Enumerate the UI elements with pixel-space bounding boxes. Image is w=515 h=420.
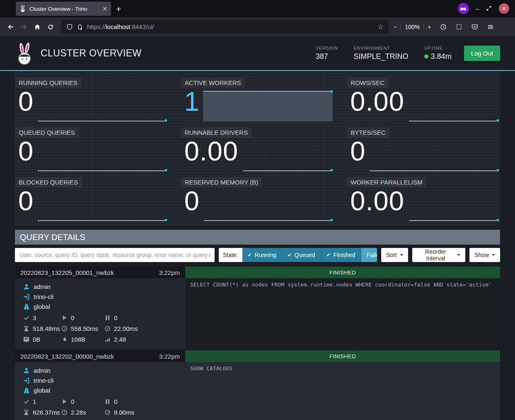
fire-icon xyxy=(61,336,68,342)
stat-value: 0.00 xyxy=(184,136,239,166)
forward-button[interactable] xyxy=(17,20,31,34)
query-time: 3:22pm xyxy=(159,269,180,276)
hourglass-icon xyxy=(23,409,29,415)
divider xyxy=(401,23,401,30)
query-sql-snippet[interactable]: SELECT COUNT(*) as nodes FROM system.run… xyxy=(185,278,500,350)
history-clock-icon[interactable] xyxy=(437,20,450,34)
tracking-shield-icon[interactable] xyxy=(66,24,73,30)
check-icon xyxy=(23,315,29,321)
reload-button[interactable] xyxy=(44,20,57,34)
show-dropdown[interactable]: Show xyxy=(469,248,500,262)
query-time: 3:22pm xyxy=(159,353,180,360)
state-filter-running[interactable]: ✔Running xyxy=(242,248,282,262)
logout-button[interactable]: Log Out xyxy=(464,46,500,61)
profile-mask-icon[interactable] xyxy=(458,3,469,14)
chevron-down-icon xyxy=(492,254,495,256)
query-sql-snippet[interactable]: SHOW CATALOGS xyxy=(185,362,500,420)
zoom-level[interactable]: 100% xyxy=(405,24,420,30)
check-icon: ✔ xyxy=(288,252,292,258)
bookmark-star-icon[interactable]: ☆ xyxy=(377,22,384,31)
screenshot-icon[interactable] xyxy=(452,20,466,34)
stat-value: 0 xyxy=(18,186,34,216)
play-icon xyxy=(61,315,68,321)
sparkline-area xyxy=(203,91,333,121)
state-filter-failed[interactable]: Failed xyxy=(361,248,377,262)
query-resource-group: global xyxy=(34,303,50,310)
cumulative-memory: 108B xyxy=(71,336,85,343)
restore-button[interactable] xyxy=(486,5,492,12)
pocket-icon[interactable] xyxy=(468,20,481,34)
wall-time: 518.48ms xyxy=(33,325,60,332)
sparkline-dot xyxy=(165,119,167,121)
cluster-stats-section: RUNNING QUERIES 0 ACTIVE WORKERS 1 ROWS/… xyxy=(15,71,500,226)
sparkline-dot xyxy=(497,119,499,121)
minimize-button[interactable]: – xyxy=(476,5,479,12)
stat-card-bytes-sec: BYTES/SEC 0 xyxy=(347,127,500,172)
sparkline xyxy=(370,170,499,171)
lock-warning-icon[interactable] xyxy=(77,24,83,30)
divider xyxy=(423,23,424,30)
uptime-block: UPTIME 3.84m xyxy=(424,46,452,61)
sparkline-dot xyxy=(165,219,167,221)
query-id-bar: 20220823_132205_00001_nwbzk 3:22pm xyxy=(15,267,185,278)
queued-splits: 0 xyxy=(114,398,117,405)
stat-value: 0 xyxy=(184,186,200,216)
gauge-icon xyxy=(104,325,111,332)
query-filter-input[interactable] xyxy=(15,248,215,262)
menu-hamburger-icon[interactable] xyxy=(484,20,497,34)
completed-splits: 1 xyxy=(33,398,36,405)
stat-value: 0 xyxy=(350,136,365,166)
stat-card-active-workers: ACTIVE WORKERS 1 xyxy=(181,78,334,122)
completed-splits: 3 xyxy=(33,314,36,321)
check-icon: ✔ xyxy=(326,252,331,258)
trino-favicon xyxy=(19,5,26,12)
browser-tab[interactable]: Cluster Overview - Trino ✕ xyxy=(16,2,111,16)
sparkline xyxy=(409,121,499,121)
stat-card-rows-sec: ROWS/SEC 0.00 xyxy=(347,78,500,122)
query-user: admin xyxy=(34,283,51,290)
page-title: CLUSTER OVERVIEW xyxy=(41,48,142,59)
queued-splits: 0 xyxy=(114,314,117,321)
stat-card-queued-queries: QUEUED QUERIES 0 xyxy=(15,127,168,172)
sort-dropdown[interactable]: Sort xyxy=(381,248,408,262)
environment-label: ENVIRONMENT xyxy=(354,46,409,51)
sparkline xyxy=(204,220,333,221)
stat-card-worker-parallelism: WORKER PARALLELISM 0.00 xyxy=(347,177,500,221)
state-filter-queued[interactable]: ✔Queued xyxy=(282,248,321,262)
gauge-icon xyxy=(104,409,111,415)
back-button[interactable] xyxy=(4,20,17,34)
sparkline-dot xyxy=(331,169,333,171)
close-button[interactable]: ✕ xyxy=(499,3,509,14)
new-tab-button[interactable]: + xyxy=(116,5,121,13)
tab-close-icon[interactable]: ✕ xyxy=(102,6,107,12)
state-filter-finished[interactable]: ✔Finished xyxy=(321,248,361,262)
stat-card-runnable-drivers: RUNNABLE DRIVERS 0.00 xyxy=(181,127,334,172)
home-button[interactable] xyxy=(31,20,44,34)
stat-card-blocked-queries: BLOCKED QUERIES 0 xyxy=(15,177,168,221)
stat-value: 0 xyxy=(18,136,34,166)
query-id-link[interactable]: 20220823_132205_00001_nwbzk xyxy=(20,269,114,276)
query-id-link[interactable]: 20220823_132202_00000_nwbzk xyxy=(20,353,114,360)
road-icon xyxy=(23,303,30,310)
hourglass-icon xyxy=(23,325,29,332)
execution-time: 22.00ms xyxy=(114,325,138,332)
cpu-time: 558.50ms xyxy=(71,325,98,332)
pause-icon xyxy=(104,315,111,321)
zoom-out-button[interactable]: − xyxy=(394,24,397,30)
play-icon xyxy=(61,398,68,405)
stat-value: 0.00 xyxy=(350,87,404,117)
query-id-bar: 20220823_132202_00000_nwbzk 3:22pm xyxy=(15,350,185,362)
url-bar[interactable]: https://localhost:8443/ui/ ☆ xyxy=(61,20,389,34)
cluster-header: CLUSTER OVERVIEW VERSION 387 ENVIRONMENT… xyxy=(0,36,515,71)
wall-time: 626.37ms xyxy=(33,409,60,416)
version-value: 387 xyxy=(316,52,338,61)
sparkline-dot xyxy=(331,90,333,92)
stat-value: 1 xyxy=(184,87,200,117)
zoom-in-button[interactable]: + xyxy=(428,24,431,30)
user-icon xyxy=(23,367,30,374)
sparkline-dot xyxy=(497,169,499,171)
environment-value: SIMPLE_TRINO xyxy=(354,52,409,61)
sparkline xyxy=(38,220,167,221)
reorder-interval-dropdown[interactable]: Reorder Interval xyxy=(412,248,465,262)
cpu-time: 2.28s xyxy=(71,409,86,416)
